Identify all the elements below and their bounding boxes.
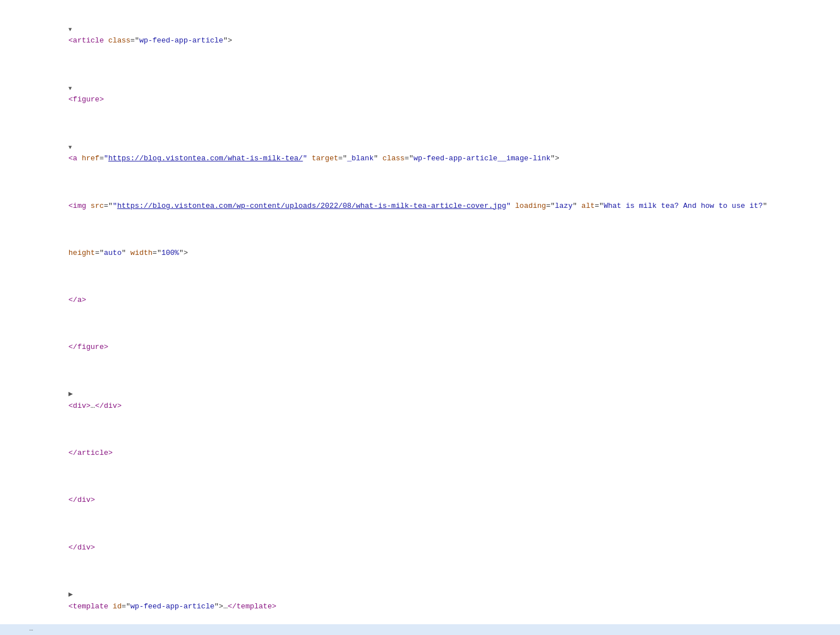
- attr-value: _blank: [347, 154, 374, 163]
- line-content: ▶ <div>…</div>: [40, 365, 840, 424]
- code-line: </figure>: [0, 318, 840, 365]
- href-link[interactable]: https://blog.vistontea.com/what-is-milk-…: [108, 154, 303, 163]
- attr-name: id: [113, 602, 122, 611]
- attr-name: class: [383, 154, 405, 163]
- line-content: ▼ <style data-shopify> == $0: [40, 624, 840, 635]
- attr-value: lazy: [555, 202, 572, 210]
- line-content: ▼ <figure>: [40, 59, 840, 118]
- line-content: </figure>: [40, 318, 840, 365]
- collapse-triangle[interactable]: ▼: [69, 27, 72, 33]
- tag-name: <a: [69, 154, 82, 163]
- attr-name: width: [130, 249, 152, 257]
- attr-value: What is milk tea? And how to use it?: [604, 202, 763, 210]
- line-content: height="auto" width="100%">: [40, 224, 840, 271]
- collapsed-text: …: [223, 602, 228, 611]
- collapsed-text: …: [91, 402, 95, 410]
- code-line-highlighted: … ▼ <style data-shopify> == $0: [0, 624, 840, 635]
- tag-close: </a>: [69, 296, 86, 304]
- tag-close: </article>: [69, 449, 113, 457]
- line-content: </div>: [40, 471, 840, 518]
- punct: ">: [223, 36, 232, 45]
- code-line: ▼ <article class="wp-feed-app-article">: [0, 0, 840, 59]
- tag-name: <template: [69, 602, 113, 611]
- code-line: </div>: [0, 471, 840, 518]
- code-line: height="auto" width="100%">: [0, 224, 840, 271]
- line-content: ▼ <article class="wp-feed-app-article">: [40, 0, 840, 59]
- punct: =": [130, 36, 139, 45]
- code-line: </a>: [0, 271, 840, 318]
- attr-value: 100%: [162, 249, 179, 257]
- tag-close: </div>: [95, 402, 122, 410]
- collapse-triangle[interactable]: ▼: [69, 86, 72, 92]
- tag-name: <figure>: [69, 95, 104, 104]
- attr-name: href: [82, 154, 99, 163]
- attr-name: alt: [582, 202, 595, 210]
- expand-triangle[interactable]: ▶: [69, 390, 73, 398]
- code-viewer: ▼ <article class="wp-feed-app-article"> …: [0, 0, 840, 635]
- tag-close: </template>: [228, 602, 277, 611]
- attr-name: src: [91, 202, 104, 210]
- code-line: </article>: [0, 424, 840, 471]
- attr-name: height: [69, 249, 95, 257]
- attr-value: auto: [104, 249, 121, 257]
- attr-value: wp-feed-app-article__image-link: [413, 154, 550, 163]
- attr-value: wp-feed-app-article: [130, 602, 214, 611]
- tag-name: <img: [69, 202, 91, 210]
- line-dots: …: [23, 624, 40, 634]
- attr-name: class: [108, 36, 130, 45]
- line-content: </article>: [40, 424, 840, 471]
- line-content: ▼ <a href="https://blog.vistontea.com/wh…: [40, 118, 840, 177]
- code-line: ▼ <figure>: [0, 59, 840, 118]
- line-content: ▶ <template id="wp-feed-app-article">…</…: [40, 565, 840, 624]
- collapse-triangle[interactable]: ▼: [69, 144, 72, 151]
- img-src-link[interactable]: https://blog.vistontea.com/wp-content/up…: [117, 202, 507, 210]
- tag-name: <article: [69, 36, 108, 45]
- tag-close: </div>: [69, 543, 95, 552]
- code-line: ▼ <a href="https://blog.vistontea.com/wh…: [0, 118, 840, 177]
- attr-name: loading: [515, 202, 546, 210]
- tag-name: <div>: [69, 402, 91, 410]
- code-line: <img src=""https://blog.vistontea.com/wp…: [0, 177, 840, 224]
- code-line: ▶ <template id="wp-feed-app-article">…</…: [0, 565, 840, 624]
- tag-close: </figure>: [69, 343, 108, 351]
- line-content: </a>: [40, 271, 840, 318]
- code-line: ▶ <div>…</div>: [0, 365, 840, 424]
- attr-value: wp-feed-app-article: [139, 36, 223, 45]
- line-content: <img src=""https://blog.vistontea.com/wp…: [40, 177, 840, 224]
- code-line: </div>: [0, 518, 840, 565]
- line-content: </div>: [40, 518, 840, 565]
- tag-close: </div>: [69, 496, 95, 504]
- expand-triangle[interactable]: ▶: [69, 590, 73, 599]
- attr-name: target: [312, 154, 338, 163]
